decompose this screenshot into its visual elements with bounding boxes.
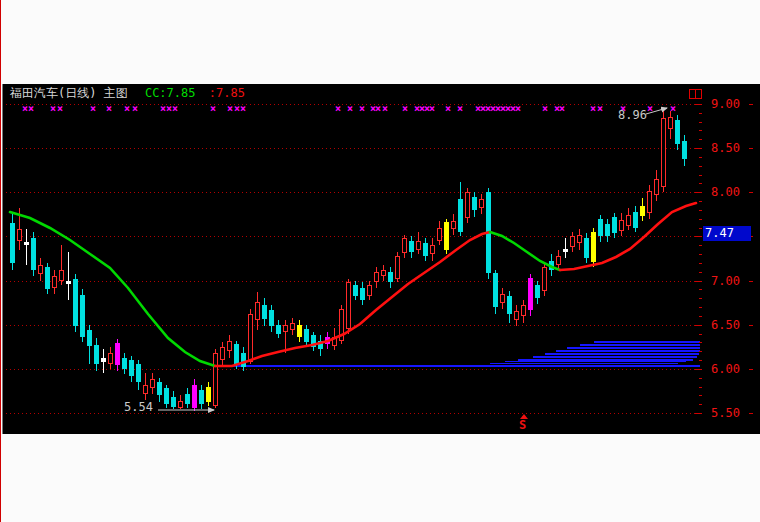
axis-tick	[699, 360, 702, 361]
axis-tick	[699, 130, 702, 131]
peak-price-annotation: 8.96	[618, 109, 647, 121]
axis-tick	[699, 139, 702, 140]
y-axis-line	[0, 0, 1, 344]
axis-price-label: 7.00	[711, 275, 740, 288]
axis-tick	[699, 201, 702, 202]
axis-tick	[699, 378, 702, 379]
axis-tick	[699, 289, 702, 290]
axis-tick	[699, 351, 702, 352]
axis-tick-right	[749, 413, 753, 414]
axis-tick	[695, 192, 702, 193]
axis-tick	[699, 263, 702, 264]
axis-tick	[699, 245, 702, 246]
axis-tick	[699, 166, 702, 167]
axis-tick-right	[749, 192, 753, 193]
axis-tick-right	[749, 104, 753, 105]
axis-tick	[699, 387, 702, 388]
axis-price-label: 5.50	[711, 407, 740, 420]
price-axis: 9.008.508.007.507.006.506.005.50	[0, 0, 758, 522]
axis-tick	[695, 325, 702, 326]
status-bar-clipped: CIAN(12,120,7,1,1)CC:5.00JC:0.40CC12:5.0…	[10, 429, 750, 434]
axis-price-label: 6.50	[711, 319, 740, 332]
axis-price-label: 6.00	[711, 363, 740, 376]
right-border-line	[0, 344, 1, 522]
axis-tick-right	[749, 281, 753, 282]
axis-tick	[695, 236, 702, 237]
current-price-badge: 7.47	[703, 226, 751, 241]
axis-tick	[695, 148, 702, 149]
axis-price-label: 8.00	[711, 186, 740, 199]
trading-app-window: ××××××××××××××××××××××××××××××××××××××××…	[0, 0, 760, 522]
axis-tick	[699, 316, 702, 317]
axis-tick	[699, 272, 702, 273]
axis-tick	[699, 183, 702, 184]
axis-tick	[699, 254, 702, 255]
axis-tick	[699, 334, 702, 335]
axis-tick	[699, 298, 702, 299]
axis-tick	[699, 395, 702, 396]
axis-tick	[695, 413, 702, 414]
axis-tick	[699, 404, 702, 405]
axis-tick	[699, 122, 702, 123]
axis-tick	[699, 228, 702, 229]
axis-tick-right	[749, 148, 753, 149]
axis-tick	[695, 104, 702, 105]
axis-tick	[699, 113, 702, 114]
axis-tick	[699, 342, 702, 343]
pane-restore-icon[interactable]	[689, 89, 702, 99]
axis-tick	[699, 210, 702, 211]
axis-tick-right	[749, 369, 753, 370]
axis-tick	[695, 281, 702, 282]
axis-tick	[699, 307, 702, 308]
axis-price-label: 8.50	[711, 142, 740, 155]
axis-price-label: 9.00	[711, 98, 740, 111]
axis-tick	[699, 157, 702, 158]
axis-tick	[699, 175, 702, 176]
axis-tick-right	[749, 325, 753, 326]
axis-tick	[699, 219, 702, 220]
low-price-annotation: 5.54	[124, 401, 153, 413]
axis-tick	[695, 369, 702, 370]
